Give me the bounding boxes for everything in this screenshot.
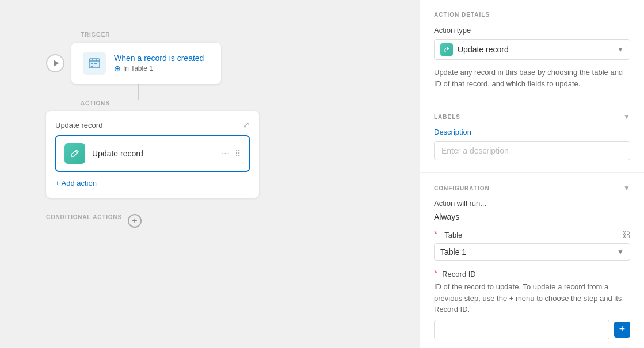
trigger-icon xyxy=(83,52,106,75)
table-arrow: ▼ xyxy=(617,248,624,256)
svg-rect-6 xyxy=(91,66,93,67)
action-description: Update any record in this base by choosi… xyxy=(434,67,630,89)
trigger-wrapper: When a record is created ⊕ In Table 1 xyxy=(46,43,221,84)
description-input[interactable] xyxy=(434,141,630,160)
add-action-button[interactable]: + Add action xyxy=(55,178,97,189)
record-id-input-row: + xyxy=(434,320,630,339)
action-type-select-icon xyxy=(440,43,453,56)
workflow-canvas: TRIGGER When a record is xyxy=(0,0,420,348)
action-type-field: Action type Update record ▼ xyxy=(434,26,630,60)
labels-collapse-btn[interactable]: ▼ xyxy=(623,113,630,121)
record-id-input[interactable] xyxy=(434,320,609,339)
drag-handle[interactable]: ⠿ xyxy=(235,149,241,158)
svg-line-8 xyxy=(447,48,448,49)
svg-rect-4 xyxy=(91,63,93,64)
action-icon xyxy=(64,143,85,164)
add-conditional-button[interactable]: + xyxy=(128,214,142,228)
actions-section-label: ACTIONS xyxy=(81,100,110,106)
action-card-inner[interactable]: Update record ··· ⠿ xyxy=(55,135,250,172)
action-will-run-label: Action will run... xyxy=(434,199,630,208)
table-required-star: * xyxy=(434,230,437,240)
action-type-arrow: ▼ xyxy=(617,45,624,53)
record-id-add-button[interactable]: + xyxy=(614,322,630,338)
conditional-row: CONDITIONAL ACTIONS + xyxy=(46,214,142,228)
table-value: Table 1 xyxy=(440,247,624,257)
configuration-section: CONFIGURATION ▼ Action will run... Alway… xyxy=(420,173,644,348)
record-id-required-star: * xyxy=(434,269,437,279)
table-label: Table xyxy=(444,231,462,239)
action-controls: ··· ⠿ xyxy=(221,148,241,159)
record-id-description: ID of the record to update. To update a … xyxy=(434,281,630,315)
action-type-value: Update record xyxy=(458,45,624,54)
action-details-section: ACTION DETAILS Action type Update record… xyxy=(420,0,644,101)
record-id-field: * Record ID ID of the record to update. … xyxy=(434,269,630,339)
conditional-label: CONDITIONAL ACTIONS xyxy=(46,214,122,220)
record-id-label: Record ID xyxy=(442,270,476,278)
trigger-subtitle-text: In Table 1 xyxy=(123,64,153,72)
play-button[interactable] xyxy=(46,54,64,72)
table-select[interactable]: Table 1 ▼ xyxy=(434,243,630,261)
description-label: Description xyxy=(434,128,630,136)
trigger-add-icon: ⊕ xyxy=(114,64,121,73)
expand-icon[interactable]: ⤢ xyxy=(243,120,250,129)
trigger-card[interactable]: When a record is created ⊕ In Table 1 xyxy=(71,43,221,84)
dots-menu[interactable]: ··· xyxy=(221,148,230,159)
link-icon[interactable]: ⛓ xyxy=(622,230,630,239)
action-will-run-value: Always xyxy=(434,212,630,221)
svg-rect-5 xyxy=(94,63,97,64)
labels-title: LABELS xyxy=(434,114,460,120)
svg-line-7 xyxy=(75,151,77,153)
right-panel: ACTION DETAILS Action type Update record… xyxy=(420,0,644,348)
connector-line-1 xyxy=(138,84,139,100)
action-type-select[interactable]: Update record ▼ xyxy=(434,39,630,60)
action-will-run-row: Action will run... Always xyxy=(434,199,630,221)
table-field: * Table ⛓ Table 1 ▼ xyxy=(434,230,630,261)
trigger-section-label: TRIGGER xyxy=(81,32,110,38)
trigger-text: When a record is created ⊕ In Table 1 xyxy=(114,53,204,73)
action-outer-title-text: Update record xyxy=(55,121,102,129)
action-card-outer: Update record ⤢ Update record ··· ⠿ + Ad… xyxy=(46,111,259,198)
labels-header: LABELS ▼ xyxy=(434,113,630,121)
trigger-title: When a record is created xyxy=(114,53,204,63)
labels-section: LABELS ▼ Description xyxy=(420,101,644,173)
trigger-subtitle: ⊕ In Table 1 xyxy=(114,64,204,73)
action-card-title: Update record ⤢ xyxy=(55,120,250,129)
action-inner-label: Update record xyxy=(92,149,214,158)
config-header: CONFIGURATION ▼ xyxy=(434,184,630,192)
config-collapse-btn[interactable]: ▼ xyxy=(623,184,630,192)
panel-title: ACTION DETAILS xyxy=(434,12,630,18)
table-label-row: * Table ⛓ xyxy=(434,230,630,240)
action-type-label: Action type xyxy=(434,26,630,35)
config-title: CONFIGURATION xyxy=(434,185,490,192)
